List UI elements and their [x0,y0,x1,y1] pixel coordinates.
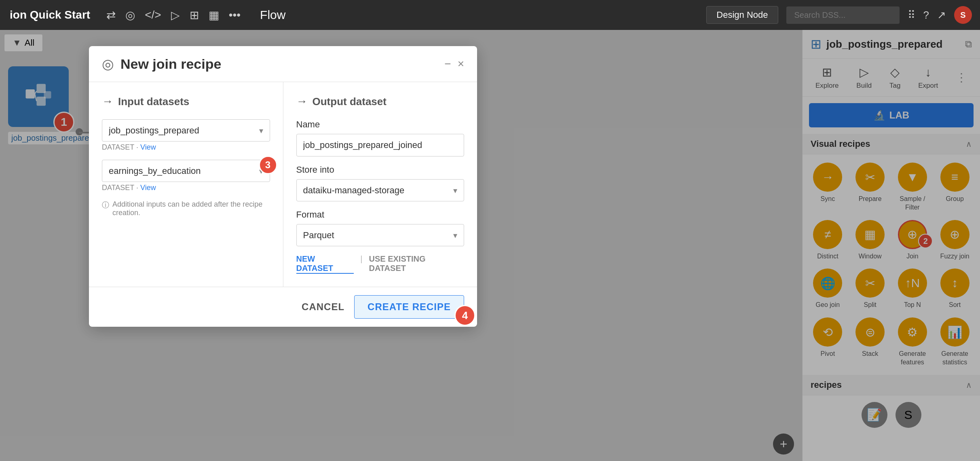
input2-select[interactable]: earnings_by_education [102,160,270,182]
output-dataset-panel: → Output dataset Name Store into dataik [283,82,477,287]
more-icon[interactable]: ••• [229,8,241,21]
nav-icons: ⇄ ◎ </> ▷ ⊞ ▦ ••• [100,8,247,22]
play-icon[interactable]: ▷ [171,8,180,22]
input1-view-link[interactable]: View [140,143,156,151]
format-label: Format [296,209,465,220]
modal-title: New join recipe [120,56,438,72]
input-icon: → [102,95,113,108]
info-icon: ⓘ [102,200,109,210]
hint-text: ⓘ Additional inputs can be added after t… [102,200,270,217]
avatar[interactable]: S [954,6,972,24]
flow-area: ▼ All 1 job_postings_prepared ⊞ job_po [0,30,980,461]
modal-overlay: ◎ New join recipe − × → Input datasets [0,30,980,461]
format-select[interactable]: Parquet [297,224,464,246]
input1-select[interactable]: job_postings_prepared [102,120,270,141]
modal-header-actions: − × [444,57,464,70]
store-dropdown-wrapper: dataiku-managed-storage ▾ [296,179,465,201]
input2-view-link[interactable]: View [140,184,156,192]
format-dropdown-wrapper: Parquet ▾ [296,224,465,246]
input1-dropdown-wrapper: job_postings_prepared ▾ [102,119,270,142]
design-node-button[interactable]: Design Node [706,6,778,24]
right-nav-icons: ⠿ ? ↗ S [778,6,980,24]
modal-footer: CANCEL CREATE RECIPE 4 [89,287,477,327]
name-label: Name [296,119,465,130]
minimize-button[interactable]: − [444,57,451,70]
close-button[interactable]: × [458,57,464,70]
table-icon[interactable]: ▦ [209,8,219,22]
input1-group: job_postings_prepared ▾ DATASET · View [102,119,270,152]
new-dataset-link[interactable]: NEW DATASET [296,254,354,274]
output-name-group: Name [296,119,465,156]
store-into-group: Store into dataiku-managed-storage ▾ [296,165,465,201]
create-recipe-button[interactable]: CREATE RECIPE [354,295,464,319]
analytics-icon[interactable]: ↗ [937,9,946,21]
input2-dropdown-wrapper: earnings_by_education ▾ [102,160,270,182]
output-panel-title: → Output dataset [296,95,465,108]
format-group: Format Parquet ▾ [296,209,465,246]
create-badge: 4 [454,305,475,326]
input2-link: DATASET · View [102,184,270,192]
input1-link: DATASET · View [102,143,270,152]
input-datasets-panel: → Input datasets job_postings_prepared ▾ [89,82,283,287]
output-name-input[interactable] [296,134,465,156]
refresh-icon[interactable]: ◎ [125,8,135,22]
create-badge-wrapper: CREATE RECIPE 4 [354,295,464,319]
app-title: ion Quick Start [0,8,100,21]
separator: | [360,254,362,274]
input-panel-title: → Input datasets [102,95,270,108]
hint-content: Additional inputs can be added after the… [112,200,270,217]
output-icon: → [296,95,308,108]
cancel-button[interactable]: CANCEL [302,301,344,313]
input2-type: DATASET · [102,184,140,192]
grid-icon[interactable]: ⠿ [908,9,915,21]
share-icon[interactable]: ⇄ [106,8,116,22]
code-icon[interactable]: </> [145,8,161,21]
input2-group: earnings_by_education ▾ DATASET · View 3 [102,160,270,192]
git-icon[interactable]: ⊞ [190,8,199,22]
modal-body: → Input datasets job_postings_prepared ▾ [89,82,477,287]
input2-badge: 3 [259,156,277,174]
modal-header-icon: ◎ [102,56,114,72]
dataset-toggle: NEW DATASET | USE EXISTING DATASET [296,254,465,274]
top-nav: ion Quick Start ⇄ ◎ </> ▷ ⊞ ▦ ••• Flow D… [0,0,980,30]
flow-label: Flow [247,8,298,22]
input1-type: DATASET · [102,143,140,151]
search-input[interactable] [786,6,900,24]
store-select[interactable]: dataiku-managed-storage [297,180,464,201]
use-existing-link[interactable]: USE EXISTING DATASET [369,254,464,274]
help-icon[interactable]: ? [923,9,929,21]
store-label: Store into [296,165,465,175]
new-join-recipe-modal: ◎ New join recipe − × → Input datasets [89,46,477,327]
modal-header: ◎ New join recipe − × [89,46,477,82]
output-section-label: Output dataset [313,95,387,108]
input-section-label: Input datasets [118,95,189,108]
